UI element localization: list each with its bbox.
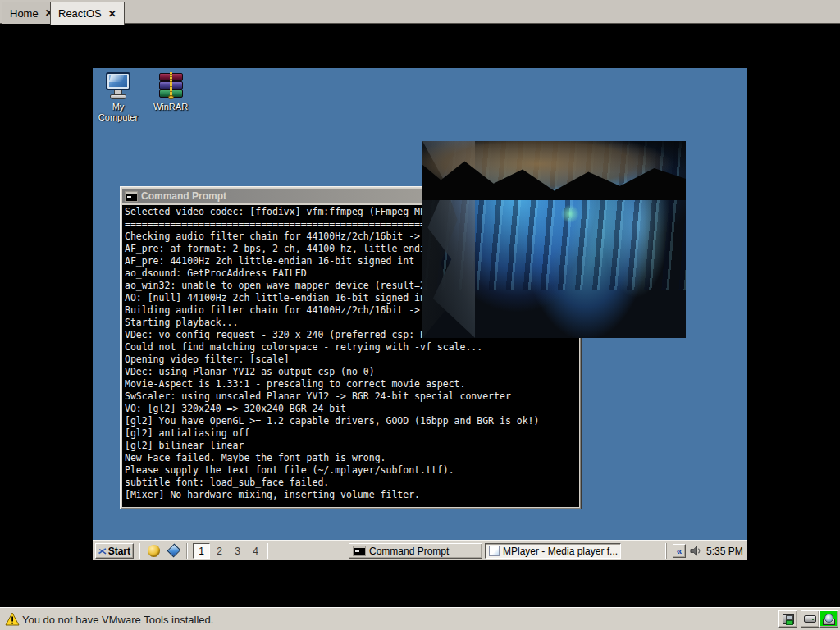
quicklaunch-ball-icon[interactable] bbox=[147, 544, 161, 558]
desktop-icon-my-computer[interactable]: My Computer bbox=[93, 72, 144, 123]
hard-disk-icon[interactable] bbox=[801, 610, 819, 628]
command-prompt-icon bbox=[353, 546, 366, 556]
taskbar-button-label: Command Prompt bbox=[369, 546, 449, 557]
system-tray: « 5:35 PM bbox=[666, 543, 745, 559]
tab-reactos-label: ReactOS bbox=[58, 7, 102, 20]
desktop-pager-1[interactable]: 1 bbox=[193, 543, 210, 559]
vm-tab-bar: Home ✕ ReactOS ✕ bbox=[0, 0, 840, 24]
cdrom-drive-icon[interactable] bbox=[819, 610, 838, 628]
my-computer-icon bbox=[103, 72, 133, 99]
taskbar-separator bbox=[139, 543, 140, 559]
desktop-pager-3[interactable]: 3 bbox=[229, 543, 246, 559]
vmware-status-bar: You do not have VMware Tools installed. bbox=[0, 607, 840, 630]
reactos-logo-icon bbox=[98, 546, 107, 557]
mplayer-icon bbox=[489, 546, 500, 556]
taskbar: Start 1 2 3 4 Command Prompt MPlayer - M… bbox=[93, 540, 747, 560]
vm-desktop: My Computer WinRAR Command Prompt Select… bbox=[93, 68, 747, 560]
taskbar-clock: 5:35 PM bbox=[706, 546, 743, 557]
taskbar-separator bbox=[267, 543, 268, 559]
desktop-icon-label: WinRAR bbox=[145, 102, 196, 112]
desktop-icon-winrar[interactable]: WinRAR bbox=[145, 72, 196, 112]
tab-home-label: Home bbox=[10, 7, 39, 20]
command-prompt-icon bbox=[125, 191, 138, 202]
quicklaunch-diamond-icon[interactable] bbox=[167, 544, 181, 558]
mplayer-video-window[interactable] bbox=[422, 141, 686, 338]
tab-reactos[interactable]: ReactOS ✕ bbox=[50, 2, 125, 25]
desktop-icon-label: My Computer bbox=[93, 102, 144, 123]
taskbar-button-label: MPlayer - Media player f... bbox=[503, 546, 618, 557]
floppy-drive-icon[interactable] bbox=[778, 610, 797, 628]
taskbar-separator bbox=[186, 543, 188, 559]
start-button[interactable]: Start bbox=[95, 543, 134, 559]
volume-icon[interactable] bbox=[690, 545, 702, 557]
start-button-label: Start bbox=[108, 546, 130, 557]
desktop-pager-2[interactable]: 2 bbox=[211, 543, 228, 559]
winrar-icon bbox=[156, 72, 185, 99]
warning-icon bbox=[5, 612, 20, 626]
status-message: You do not have VMware Tools installed. bbox=[22, 614, 213, 626]
taskbar-button-command-prompt[interactable]: Command Prompt bbox=[349, 543, 482, 559]
desktop-pager-4[interactable]: 4 bbox=[247, 543, 264, 559]
taskbar-button-mplayer[interactable]: MPlayer - Media player f... bbox=[485, 543, 621, 559]
chevron-left-icon: « bbox=[677, 546, 682, 557]
tray-collapse-button[interactable]: « bbox=[673, 544, 686, 558]
window-title: Command Prompt bbox=[141, 190, 226, 202]
close-icon[interactable]: ✕ bbox=[108, 9, 116, 19]
